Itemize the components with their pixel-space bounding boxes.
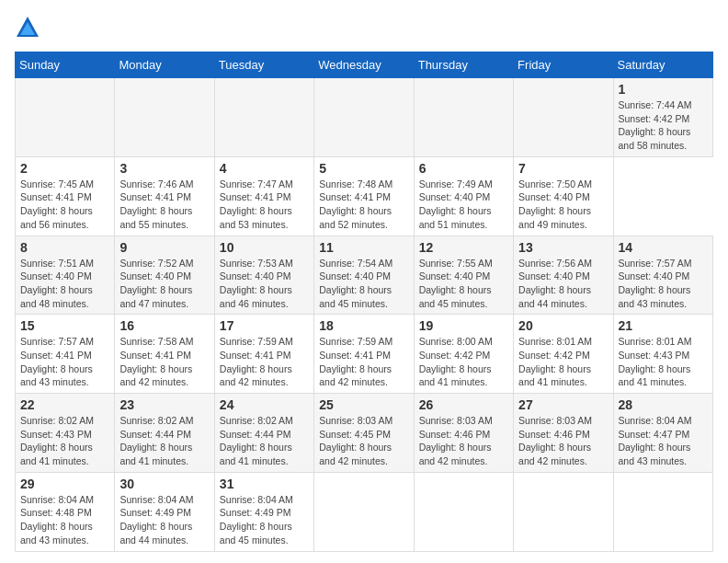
day-info: Sunrise: 7:57 AM Sunset: 4:41 PM Dayligh… (20, 335, 109, 389)
calendar-day: 16Sunrise: 7:58 AM Sunset: 4:41 PM Dayli… (115, 315, 214, 394)
calendar-table: SundayMondayTuesdayWednesdayThursdayFrid… (15, 52, 713, 552)
calendar-day: 26Sunrise: 8:03 AM Sunset: 4:46 PM Dayli… (414, 394, 513, 473)
calendar-day: 12Sunrise: 7:55 AM Sunset: 4:40 PM Dayli… (414, 236, 513, 315)
calendar-day: 27Sunrise: 8:03 AM Sunset: 4:46 PM Dayli… (514, 394, 613, 473)
calendar-day-empty (414, 78, 513, 157)
day-info: Sunrise: 8:04 AM Sunset: 4:47 PM Dayligh… (619, 414, 708, 468)
calendar-day-empty (613, 472, 712, 551)
day-number: 16 (119, 318, 209, 333)
day-info: Sunrise: 8:03 AM Sunset: 4:46 PM Dayligh… (518, 414, 608, 468)
calendar-day-header: Tuesday (214, 52, 313, 78)
calendar-day: 5Sunrise: 7:48 AM Sunset: 4:41 PM Daylig… (314, 156, 414, 236)
calendar-day: 19Sunrise: 8:00 AM Sunset: 4:42 PM Dayli… (414, 315, 513, 394)
day-number: 28 (619, 397, 708, 412)
calendar-day-empty (115, 78, 214, 157)
calendar-day: 22Sunrise: 8:02 AM Sunset: 4:43 PM Dayli… (16, 394, 115, 473)
calendar-day-header: Wednesday (314, 52, 414, 78)
logo (15, 15, 44, 40)
calendar-week-row: 8Sunrise: 7:51 AM Sunset: 4:40 PM Daylig… (16, 236, 713, 315)
calendar-day: 11Sunrise: 7:54 AM Sunset: 4:40 PM Dayli… (314, 236, 414, 315)
calendar-day-header: Saturday (613, 52, 712, 78)
day-number: 13 (518, 240, 608, 255)
day-number: 11 (319, 240, 408, 255)
day-number: 3 (119, 161, 209, 176)
day-number: 9 (119, 240, 209, 255)
calendar-day: 28Sunrise: 8:04 AM Sunset: 4:47 PM Dayli… (613, 394, 712, 473)
calendar-header: SundayMondayTuesdayWednesdayThursdayFrid… (16, 52, 713, 78)
day-number: 20 (518, 318, 608, 333)
day-number: 6 (419, 161, 508, 176)
day-info: Sunrise: 7:46 AM Sunset: 4:41 PM Dayligh… (119, 178, 209, 232)
day-number: 7 (518, 161, 608, 176)
day-info: Sunrise: 8:02 AM Sunset: 4:44 PM Dayligh… (220, 414, 309, 468)
day-number: 26 (419, 397, 508, 412)
day-info: Sunrise: 8:03 AM Sunset: 4:45 PM Dayligh… (319, 414, 408, 468)
calendar-day-header: Friday (514, 52, 613, 78)
calendar-day: 10Sunrise: 7:53 AM Sunset: 4:40 PM Dayli… (214, 236, 313, 315)
calendar-day: 4Sunrise: 7:47 AM Sunset: 4:41 PM Daylig… (214, 156, 313, 236)
day-info: Sunrise: 7:57 AM Sunset: 4:40 PM Dayligh… (619, 257, 708, 311)
day-info: Sunrise: 8:04 AM Sunset: 4:49 PM Dayligh… (220, 493, 309, 547)
day-info: Sunrise: 7:55 AM Sunset: 4:40 PM Dayligh… (419, 257, 508, 311)
day-info: Sunrise: 8:04 AM Sunset: 4:48 PM Dayligh… (20, 493, 109, 547)
day-info: Sunrise: 7:45 AM Sunset: 4:41 PM Dayligh… (20, 178, 109, 232)
calendar-week-row: 1Sunrise: 7:44 AM Sunset: 4:42 PM Daylig… (16, 78, 713, 157)
day-number: 18 (319, 318, 408, 333)
calendar-day: 21Sunrise: 8:01 AM Sunset: 4:43 PM Dayli… (613, 315, 712, 394)
calendar-day: 13Sunrise: 7:56 AM Sunset: 4:40 PM Dayli… (514, 236, 613, 315)
calendar-day-empty (16, 78, 115, 157)
day-info: Sunrise: 7:59 AM Sunset: 4:41 PM Dayligh… (319, 335, 408, 389)
day-info: Sunrise: 7:54 AM Sunset: 4:40 PM Dayligh… (319, 257, 408, 311)
calendar-day: 31Sunrise: 8:04 AM Sunset: 4:49 PM Dayli… (214, 472, 313, 551)
day-info: Sunrise: 8:00 AM Sunset: 4:42 PM Dayligh… (419, 335, 508, 389)
day-info: Sunrise: 7:49 AM Sunset: 4:40 PM Dayligh… (419, 178, 508, 232)
day-number: 21 (619, 318, 708, 333)
calendar-day: 8Sunrise: 7:51 AM Sunset: 4:40 PM Daylig… (16, 236, 115, 315)
day-info: Sunrise: 7:59 AM Sunset: 4:41 PM Dayligh… (220, 335, 309, 389)
calendar-day-empty (314, 78, 414, 157)
day-number: 22 (20, 397, 109, 412)
calendar-day: 20Sunrise: 8:01 AM Sunset: 4:42 PM Dayli… (514, 315, 613, 394)
day-info: Sunrise: 8:02 AM Sunset: 4:43 PM Dayligh… (20, 414, 109, 468)
calendar-day-header: Sunday (16, 52, 115, 78)
calendar-day: 2Sunrise: 7:45 AM Sunset: 4:41 PM Daylig… (16, 156, 115, 236)
calendar-day: 15Sunrise: 7:57 AM Sunset: 4:41 PM Dayli… (16, 315, 115, 394)
calendar-day-empty (414, 472, 513, 551)
calendar-day: 23Sunrise: 8:02 AM Sunset: 4:44 PM Dayli… (115, 394, 214, 473)
calendar-week-row: 29Sunrise: 8:04 AM Sunset: 4:48 PM Dayli… (16, 472, 713, 551)
day-number: 31 (220, 477, 309, 491)
calendar-week-row: 15Sunrise: 7:57 AM Sunset: 4:41 PM Dayli… (16, 315, 713, 394)
day-info: Sunrise: 8:04 AM Sunset: 4:49 PM Dayligh… (119, 493, 209, 547)
day-number: 24 (220, 397, 309, 412)
calendar-day: 9Sunrise: 7:52 AM Sunset: 4:40 PM Daylig… (115, 236, 214, 315)
day-number: 1 (619, 82, 708, 97)
day-number: 19 (419, 318, 508, 333)
calendar-day: 25Sunrise: 8:03 AM Sunset: 4:45 PM Dayli… (314, 394, 414, 473)
day-info: Sunrise: 8:03 AM Sunset: 4:46 PM Dayligh… (419, 414, 508, 468)
calendar-day: 7Sunrise: 7:50 AM Sunset: 4:40 PM Daylig… (514, 156, 613, 236)
calendar-day-empty (314, 472, 414, 551)
day-info: Sunrise: 7:52 AM Sunset: 4:40 PM Dayligh… (119, 257, 209, 311)
calendar-body: 1Sunrise: 7:44 AM Sunset: 4:42 PM Daylig… (16, 78, 713, 552)
day-info: Sunrise: 7:48 AM Sunset: 4:41 PM Dayligh… (319, 178, 408, 232)
calendar-day: 24Sunrise: 8:02 AM Sunset: 4:44 PM Dayli… (214, 394, 313, 473)
day-number: 2 (20, 161, 109, 176)
calendar-week-row: 22Sunrise: 8:02 AM Sunset: 4:43 PM Dayli… (16, 394, 713, 473)
calendar-day-header: Monday (115, 52, 214, 78)
calendar-day-empty (514, 472, 613, 551)
calendar-week-row: 2Sunrise: 7:45 AM Sunset: 4:41 PM Daylig… (16, 156, 713, 236)
calendar-day-header: Thursday (414, 52, 513, 78)
calendar-day: 29Sunrise: 8:04 AM Sunset: 4:48 PM Dayli… (16, 472, 115, 551)
header (15, 15, 713, 40)
day-info: Sunrise: 7:51 AM Sunset: 4:40 PM Dayligh… (20, 257, 109, 311)
day-info: Sunrise: 7:53 AM Sunset: 4:40 PM Dayligh… (220, 257, 309, 311)
day-number: 5 (319, 161, 408, 176)
day-info: Sunrise: 7:56 AM Sunset: 4:40 PM Dayligh… (518, 257, 608, 311)
logo-icon (15, 15, 40, 40)
day-number: 14 (619, 240, 708, 255)
calendar-day-empty (514, 78, 613, 157)
day-number: 27 (518, 397, 608, 412)
day-info: Sunrise: 8:01 AM Sunset: 4:42 PM Dayligh… (518, 335, 608, 389)
day-number: 12 (419, 240, 508, 255)
calendar-day: 3Sunrise: 7:46 AM Sunset: 4:41 PM Daylig… (115, 156, 214, 236)
